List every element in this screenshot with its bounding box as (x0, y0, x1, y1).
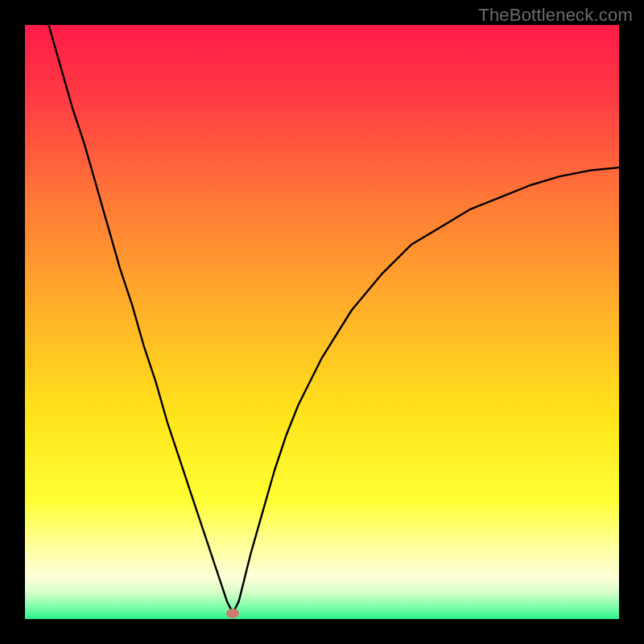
bottleneck-curve (25, 25, 619, 619)
plot-area (25, 25, 619, 619)
optimum-marker (226, 609, 239, 618)
chart-stage: TheBottleneck.com (0, 0, 644, 644)
watermark-text: TheBottleneck.com (478, 5, 633, 26)
